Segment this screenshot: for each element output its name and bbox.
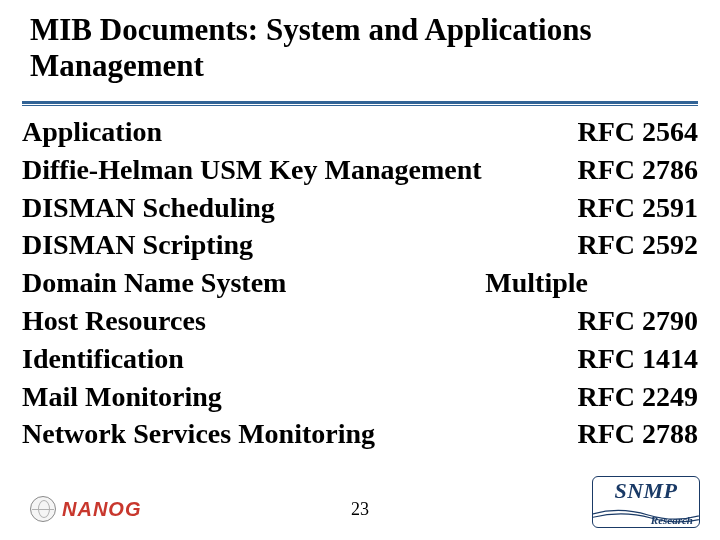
list-item: Host ResourcesRFC 2790 — [22, 302, 698, 340]
mib-rfc: RFC 2592 — [577, 226, 698, 264]
nanog-text: NANOG — [62, 498, 141, 521]
mib-name: Host Resources — [22, 302, 206, 340]
mib-name: Identification — [22, 340, 184, 378]
mib-rfc: RFC 2564 — [577, 113, 698, 151]
mib-list: ApplicationRFC 2564Diffie-Helman USM Key… — [22, 113, 698, 453]
nanog-logo: NANOG — [30, 496, 141, 522]
list-item: Network Services MonitoringRFC 2788 — [22, 415, 698, 453]
mib-name: Application — [22, 113, 162, 151]
mib-rfc: RFC 2249 — [577, 378, 698, 416]
mib-rfc: RFC 1414 — [577, 340, 698, 378]
slide: MIB Documents: System and Applications M… — [0, 0, 720, 540]
mib-name: Network Services Monitoring — [22, 415, 375, 453]
mib-name: Diffie-Helman USM Key Management — [22, 151, 482, 189]
globe-icon — [30, 496, 56, 522]
list-item: Domain Name SystemMultiple — [22, 264, 698, 302]
list-item: DISMAN ScriptingRFC 2592 — [22, 226, 698, 264]
mib-rfc: RFC 2786 — [577, 151, 698, 189]
list-item: Diffie-Helman USM Key ManagementRFC 2786 — [22, 151, 698, 189]
list-item: Mail MonitoringRFC 2249 — [22, 378, 698, 416]
mib-name: DISMAN Scheduling — [22, 189, 275, 227]
mib-rfc: RFC 2591 — [577, 189, 698, 227]
mib-rfc: Multiple — [485, 264, 588, 302]
list-item: ApplicationRFC 2564 — [22, 113, 698, 151]
mib-rfc: RFC 2788 — [577, 415, 698, 453]
mib-name: Domain Name System — [22, 264, 286, 302]
snmp-research-logo: SNMP Research — [592, 476, 700, 528]
slide-title: MIB Documents: System and Applications M… — [30, 12, 690, 83]
title-underline — [22, 101, 698, 107]
mib-name: Mail Monitoring — [22, 378, 222, 416]
mib-name: DISMAN Scripting — [22, 226, 253, 264]
snmp-text: SNMP — [593, 478, 699, 504]
list-item: DISMAN SchedulingRFC 2591 — [22, 189, 698, 227]
mib-rfc: RFC 2790 — [577, 302, 698, 340]
list-item: IdentificationRFC 1414 — [22, 340, 698, 378]
snmp-sub-text: Research — [651, 514, 693, 526]
